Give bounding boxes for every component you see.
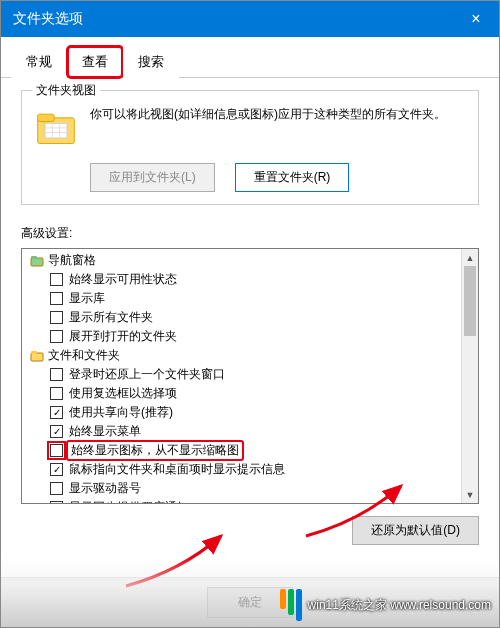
checkbox[interactable] xyxy=(50,463,63,476)
tree-checkbox-item[interactable]: 显示所有文件夹 xyxy=(22,308,478,327)
svg-rect-10 xyxy=(31,351,37,354)
tab-view[interactable]: 查看 xyxy=(67,46,123,78)
tree-checkbox-item[interactable]: 鼠标指向文件夹和桌面项时显示提示信息 xyxy=(22,460,478,479)
tree-item-label: 导航窗格 xyxy=(48,252,96,269)
tree-checkbox-item[interactable]: 显示同步提供程序通知 xyxy=(22,498,478,503)
dialog-content: 文件夹视图 你可以将此视图(如详细信息或图标)应用于这种类型的所有文件夹。 xyxy=(1,78,499,557)
checkbox[interactable] xyxy=(50,501,63,503)
close-icon: × xyxy=(471,10,480,28)
scroll-up-icon[interactable]: ▲ xyxy=(462,249,478,266)
tree-checkbox-item[interactable]: 展开到打开的文件夹 xyxy=(22,327,478,346)
tree-item-label: 使用共享向导(推荐) xyxy=(69,404,173,421)
checkbox[interactable] xyxy=(50,406,63,419)
folder-options-dialog: 文件夹选项 × 常规 查看 搜索 文件夹视图 xyxy=(0,0,500,628)
checkbox[interactable] xyxy=(50,425,63,438)
checkbox[interactable] xyxy=(50,292,63,305)
tree-group: 导航窗格 xyxy=(22,251,478,270)
folder-mini-icon xyxy=(30,254,44,268)
window-title: 文件夹选项 xyxy=(13,10,83,28)
checkbox[interactable] xyxy=(50,273,63,286)
folder-icon xyxy=(34,105,78,149)
close-button[interactable]: × xyxy=(453,1,499,37)
svg-rect-2 xyxy=(45,123,67,138)
tree-item-label: 展开到打开的文件夹 xyxy=(69,328,177,345)
tab-strip: 常规 查看 搜索 xyxy=(1,37,499,78)
svg-rect-7 xyxy=(31,258,43,266)
tab-search[interactable]: 搜索 xyxy=(123,46,179,78)
tab-general[interactable]: 常规 xyxy=(11,46,67,78)
tree-checkbox-item[interactable]: 使用复选框以选择项 xyxy=(22,384,478,403)
checkbox[interactable] xyxy=(50,368,63,381)
checkbox[interactable] xyxy=(50,330,63,343)
tree-item-label: 显示同步提供程序通知 xyxy=(69,499,189,503)
tree-item-label: 使用复选框以选择项 xyxy=(69,385,177,402)
watermark: win11系统之家 www.relsound.com xyxy=(280,589,491,621)
checkbox[interactable] xyxy=(50,444,63,457)
tree-item-label: 登录时还原上一个文件夹窗口 xyxy=(69,366,225,383)
tree-item-label: 始终显示可用性状态 xyxy=(69,271,177,288)
titlebar: 文件夹选项 × xyxy=(1,1,499,37)
svg-rect-1 xyxy=(38,114,54,121)
tree-checkbox-item[interactable]: 始终显示图标，从不显示缩略图 xyxy=(22,441,478,460)
scroll-thumb[interactable] xyxy=(464,266,476,336)
checkbox[interactable] xyxy=(50,311,63,324)
tree-checkbox-item[interactable]: 显示库 xyxy=(22,289,478,308)
svg-rect-9 xyxy=(31,353,43,361)
tree-group: 文件和文件夹 xyxy=(22,346,478,365)
tree-checkbox-item[interactable]: 登录时还原上一个文件夹窗口 xyxy=(22,365,478,384)
folder-view-group: 文件夹视图 你可以将此视图(如详细信息或图标)应用于这种类型的所有文件夹。 xyxy=(21,90,479,205)
tree-checkbox-item[interactable]: 始终显示菜单 xyxy=(22,422,478,441)
scrollbar[interactable]: ▲ ▼ xyxy=(461,249,478,503)
folder-mini-icon xyxy=(30,349,44,363)
reset-folders-button[interactable]: 重置文件夹(R) xyxy=(235,163,350,192)
restore-defaults-button[interactable]: 还原为默认值(D) xyxy=(352,516,479,545)
tree-checkbox-item[interactable]: 使用共享向导(推荐) xyxy=(22,403,478,422)
tree-item-label: 始终显示图标，从不显示缩略图 xyxy=(66,440,244,461)
advanced-settings-tree: 导航窗格始终显示可用性状态显示库显示所有文件夹展开到打开的文件夹文件和文件夹登录… xyxy=(21,248,479,504)
tree-item-label: 文件和文件夹 xyxy=(48,347,120,364)
checkbox[interactable] xyxy=(50,482,63,495)
folder-view-legend: 文件夹视图 xyxy=(32,82,100,99)
advanced-settings-label: 高级设置: xyxy=(21,225,479,242)
tree-item-label: 显示库 xyxy=(69,290,105,307)
svg-rect-8 xyxy=(31,256,37,259)
tree-item-label: 始终显示菜单 xyxy=(69,423,141,440)
folder-view-description: 你可以将此视图(如详细信息或图标)应用于这种类型的所有文件夹。 xyxy=(90,105,466,123)
tree-item-label: 显示所有文件夹 xyxy=(69,309,153,326)
checkbox[interactable] xyxy=(50,387,63,400)
tree-item-label: 显示驱动器号 xyxy=(69,480,141,497)
tree-item-label: 鼠标指向文件夹和桌面项时显示提示信息 xyxy=(69,461,285,478)
scroll-down-icon[interactable]: ▼ xyxy=(462,486,478,503)
tree-checkbox-item[interactable]: 显示驱动器号 xyxy=(22,479,478,498)
apply-to-folders-button[interactable]: 应用到文件夹(L) xyxy=(90,163,215,192)
tree-checkbox-item[interactable]: 始终显示可用性状态 xyxy=(22,270,478,289)
